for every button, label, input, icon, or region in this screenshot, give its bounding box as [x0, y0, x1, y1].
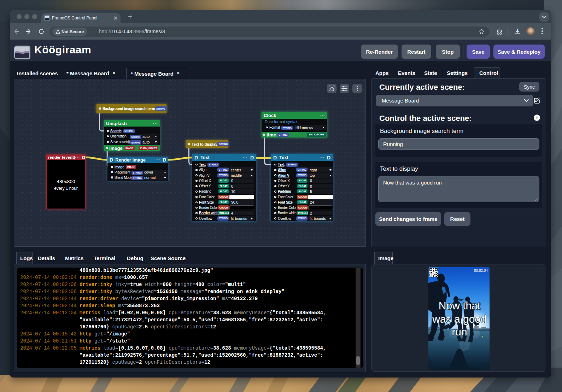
svg-text:run: run	[452, 326, 467, 338]
svg-text:00:02:04: 00:02:04	[474, 269, 488, 273]
svg-text:Now that: Now that	[439, 300, 481, 311]
svg-text:was a good: was a good	[432, 313, 486, 325]
